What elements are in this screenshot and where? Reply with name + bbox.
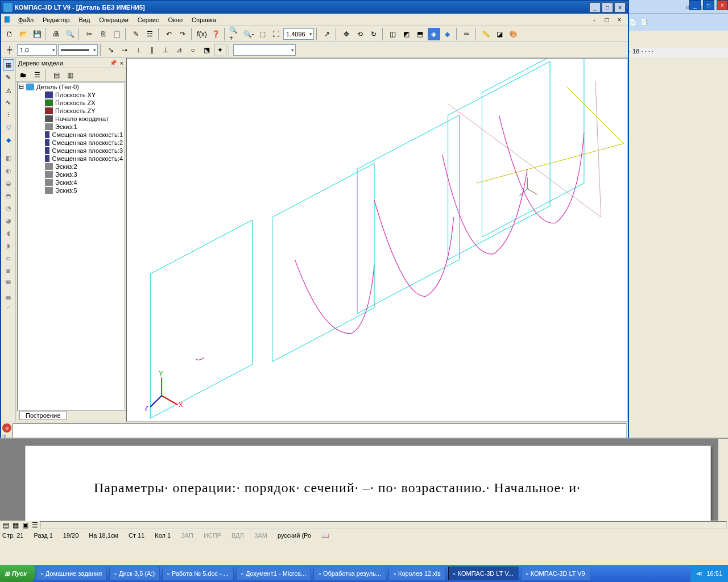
- tree-filter-icon[interactable]: ☰: [31, 69, 43, 81]
- op-mirror[interactable]: ◚: [3, 277, 14, 289]
- mdi-restore[interactable]: □: [601, 14, 613, 26]
- vtab-curve[interactable]: ∿: [3, 97, 14, 108]
- preview-icon[interactable]: 🔍: [64, 28, 76, 40]
- rotate-icon[interactable]: ⟲: [354, 28, 366, 40]
- copy-icon[interactable]: ⎘: [97, 28, 109, 40]
- zoom-in-icon[interactable]: 🔍+: [229, 28, 241, 40]
- tree-item[interactable]: Смещенная плоскость:4: [18, 155, 124, 163]
- layer-combo[interactable]: [233, 44, 296, 56]
- view-top-icon[interactable]: ⬒: [414, 28, 427, 40]
- word-view-outline[interactable]: ☰: [30, 521, 39, 529]
- coord-icon[interactable]: ↗: [321, 28, 333, 40]
- op-fillet[interactable]: ◖: [3, 227, 14, 239]
- taskbar-task[interactable]: ▫КОМПАС-3D LT V9: [521, 567, 590, 580]
- menu-help[interactable]: Справка: [187, 15, 221, 24]
- op-cut[interactable]: ◔: [3, 202, 14, 214]
- menu-service[interactable]: Сервис: [133, 15, 164, 24]
- outer-minimize[interactable]: _: [689, 0, 701, 10]
- taskbar-task[interactable]: ▫Королев 12.xls: [388, 567, 446, 580]
- vtab-measure[interactable]: ▽: [3, 122, 14, 133]
- close-button[interactable]: ×: [614, 2, 626, 13]
- menu-view[interactable]: Вид: [74, 15, 94, 24]
- op-boolean[interactable]: ◛: [3, 290, 14, 301]
- tree-item[interactable]: Плоскость XY: [18, 91, 124, 99]
- linestyle-icon[interactable]: ╪: [3, 44, 16, 56]
- tree-item[interactable]: Смещенная плоскость:2: [18, 139, 124, 147]
- material-icon[interactable]: 🎨: [507, 28, 520, 40]
- zoom-fit-icon[interactable]: ⛶: [270, 28, 282, 40]
- redo-icon[interactable]: ↷: [176, 28, 189, 40]
- section-icon[interactable]: ◪: [494, 28, 506, 40]
- wireframe-icon[interactable]: ◈: [428, 28, 440, 40]
- print-icon[interactable]: 🖶: [50, 28, 63, 40]
- tree-expand-icon[interactable]: ▤: [50, 69, 63, 81]
- outer-restore[interactable]: □: [703, 0, 714, 10]
- tree-collapse-icon[interactable]: ▥: [64, 69, 76, 81]
- op-extrude[interactable]: ◧: [3, 152, 14, 164]
- zoom-combo[interactable]: 1.4096: [283, 28, 314, 40]
- taskbar-task[interactable]: ▫Документ1 - Micros...: [236, 567, 311, 580]
- mdi-close[interactable]: ×: [613, 14, 626, 26]
- word-view-web[interactable]: ▦: [11, 521, 20, 529]
- style-combo[interactable]: [58, 44, 98, 56]
- op-hole[interactable]: ◕: [3, 215, 14, 226]
- word-page[interactable]: Параметры· операции:· порядок· сечений· …: [25, 446, 711, 522]
- start-button[interactable]: ⊞Пуск: [0, 565, 35, 582]
- open-icon[interactable]: 📂: [17, 28, 30, 40]
- op-pattern[interactable]: ◙: [3, 265, 14, 276]
- tree-item[interactable]: Начало координат: [18, 115, 124, 123]
- tree-item[interactable]: Эскиз:1: [18, 123, 124, 131]
- tree-item[interactable]: Эскиз:5: [18, 186, 124, 194]
- taskbar-task[interactable]: ▫Диск 3,5 (A:): [109, 567, 160, 580]
- word-view-print[interactable]: ▣: [20, 521, 30, 529]
- new-icon[interactable]: 🗋: [3, 28, 16, 40]
- sketch-icon[interactable]: ✎: [130, 28, 142, 40]
- menu-editor[interactable]: Редактор: [38, 15, 74, 24]
- op-shell[interactable]: ◗: [3, 240, 14, 251]
- orbit-icon[interactable]: ↻: [367, 28, 380, 40]
- vtab-params[interactable]: ◆: [3, 134, 14, 146]
- zoom-out-icon[interactable]: 🔍-: [242, 28, 255, 40]
- word-hscroll[interactable]: [40, 521, 727, 529]
- whatsthis-icon[interactable]: ❓: [209, 28, 222, 40]
- tree-tab-build[interactable]: Построение: [19, 411, 67, 420]
- tree-item[interactable]: Смещенная плоскость:1: [18, 131, 124, 139]
- menu-ops[interactable]: Операции: [94, 15, 133, 24]
- vtab-aux[interactable]: ⋮: [3, 109, 14, 120]
- taskbar-task[interactable]: ▫Домашние задания: [36, 567, 107, 580]
- zoom-window-icon[interactable]: ⬚: [256, 28, 268, 40]
- pin-icon[interactable]: 📌: [110, 60, 117, 66]
- vtab-edit[interactable]: ✎: [3, 72, 14, 83]
- taskbar-task[interactable]: ▫КОМПАС-3D LT V...: [448, 567, 519, 580]
- view-front-icon[interactable]: ◩: [400, 28, 413, 40]
- tree-item[interactable]: Смещенная плоскость:3: [18, 147, 124, 155]
- edit-sketch-icon[interactable]: ✏: [461, 28, 473, 40]
- mdi-minimize[interactable]: -: [588, 14, 601, 26]
- tree-mode-icon[interactable]: 🖿: [17, 69, 30, 81]
- 3d-viewport[interactable]: X Y Z: [126, 58, 628, 422]
- word-vscroll[interactable]: [718, 439, 728, 526]
- properties-icon[interactable]: ☲: [143, 28, 156, 40]
- minimize-button[interactable]: _: [589, 2, 601, 13]
- measure-icon[interactable]: 📏: [480, 28, 493, 40]
- outer-close[interactable]: ×: [717, 0, 728, 10]
- tray-lang-icon[interactable]: ≪: [696, 570, 703, 577]
- undo-icon[interactable]: ↶: [163, 28, 175, 40]
- op-revolve[interactable]: ◐: [3, 165, 14, 176]
- tree-root[interactable]: ⊟Деталь (Тел-0): [18, 82, 124, 91]
- op-sweep[interactable]: ◓: [3, 190, 14, 201]
- variables-icon[interactable]: f(x): [196, 28, 208, 40]
- tree-item[interactable]: Эскиз:3: [18, 171, 124, 178]
- save-icon[interactable]: 💾: [31, 28, 43, 40]
- scale-combo[interactable]: 1.0: [17, 44, 57, 56]
- tree-close-icon[interactable]: ×: [120, 60, 123, 66]
- menu-file[interactable]: Файл: [14, 15, 38, 24]
- stop-icon[interactable]: ⊘: [2, 423, 11, 433]
- taskbar-task[interactable]: ▫Работа № 5.doc - ...: [162, 567, 234, 580]
- vtab-geometry[interactable]: ▦: [3, 59, 14, 70]
- maximize-button[interactable]: □: [602, 2, 613, 13]
- vtab-surface[interactable]: ◬: [3, 84, 14, 95]
- view-iso-icon[interactable]: ◫: [387, 28, 399, 40]
- op-loft[interactable]: ◒: [3, 177, 14, 189]
- menu-window[interactable]: Окно: [163, 15, 187, 24]
